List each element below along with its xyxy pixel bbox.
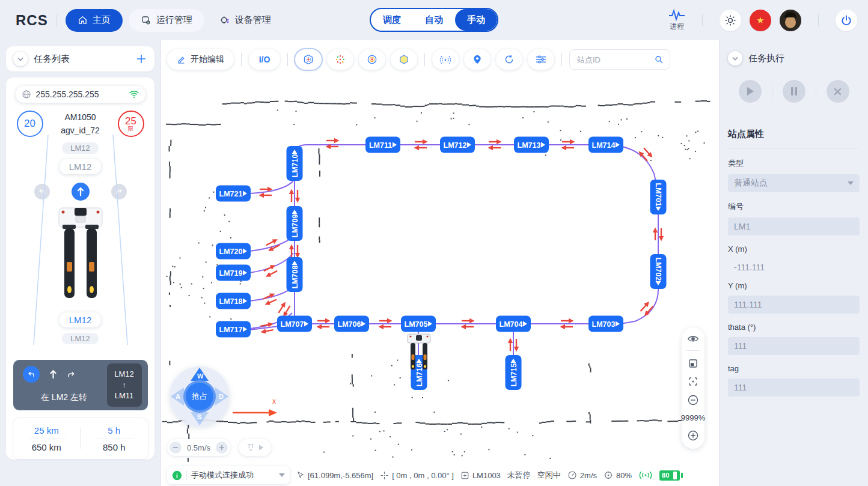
vehicle-ip[interactable]: 255.255.255.255 [16, 86, 145, 103]
nav-item-devices[interactable]: 设备管理 [207, 9, 283, 32]
start-edit-button[interactable]: 开始编辑 [167, 49, 234, 70]
locate-button[interactable] [464, 49, 491, 70]
field-input-y[interactable]: 111.111 [728, 296, 860, 314]
station-LM715[interactable]: LM715 [506, 355, 522, 390]
straight-icon [49, 369, 57, 379]
speed-decrease-button[interactable] [170, 442, 182, 454]
path-edges [250, 145, 658, 369]
svg-text:LM701: LM701 [654, 183, 662, 207]
station-LM711[interactable]: LM711 [365, 137, 400, 153]
mode-auto[interactable]: 自动 [413, 9, 455, 31]
field-select-type[interactable]: 普通站点 [728, 174, 860, 192]
collapse-button[interactable] [728, 51, 742, 65]
theme-toggle-button[interactable] [720, 10, 741, 31]
map-canvas[interactable]: LM711LM712LM713LM714LM701LM702LM703LM704… [161, 40, 719, 486]
cancel-button[interactable] [827, 80, 849, 103]
center-focus-button[interactable] [688, 376, 698, 387]
io-button[interactable]: I/O [249, 49, 280, 70]
process-button[interactable]: 进程 [668, 9, 685, 32]
station-LM710[interactable]: LM710 [287, 146, 303, 181]
speed-increase-button[interactable] [216, 442, 228, 454]
language-flag-button[interactable]: ★ [750, 10, 771, 31]
station-LM717[interactable]: LM717 [216, 321, 251, 338]
station-LM705[interactable]: LM705 [401, 316, 436, 332]
preempt-button[interactable]: 抢占 [183, 380, 216, 413]
turn-left-active-icon [23, 366, 40, 383]
station-LM702[interactable]: LM702 [650, 254, 667, 289]
layer-stations-button[interactable] [295, 49, 322, 70]
refresh-button[interactable] [496, 49, 522, 70]
battery-icon: 80 [659, 470, 680, 481]
minimap-button[interactable] [688, 358, 698, 369]
visibility-button[interactable] [687, 335, 699, 343]
pause-icon [790, 87, 798, 96]
turn-left-button[interactable] [34, 184, 50, 199]
station-LM706[interactable]: LM706 [334, 316, 369, 332]
layer-zone-button[interactable] [391, 49, 417, 70]
gear-icon [219, 14, 230, 26]
fork-control-button[interactable] [239, 439, 271, 456]
task-list-title: 任务列表 [34, 53, 70, 65]
station-LM721[interactable]: LM721 [216, 186, 251, 202]
svg-text:LM720: LM720 [219, 248, 243, 256]
nav-item-operations[interactable]: 运行管理 [129, 9, 204, 32]
svg-text:LM715: LM715 [510, 363, 518, 387]
pause-button[interactable] [783, 80, 805, 103]
station-LM704[interactable]: LM704 [496, 316, 531, 332]
station-LM718[interactable]: LM718 [216, 293, 251, 309]
station-LM709[interactable]: LM709 [287, 206, 303, 241]
nav-item-home[interactable]: 主页 [66, 9, 123, 32]
field-input-thata[interactable]: 111 [728, 337, 860, 355]
joystick-up[interactable]: W [191, 368, 209, 381]
svg-text:LM716: LM716 [415, 363, 424, 387]
field-input-tag[interactable]: 111 [728, 378, 860, 396]
field-label-code: 编号 [728, 201, 860, 212]
mode-manual[interactable]: 手动 [455, 9, 497, 31]
nav-item-label: 设备管理 [235, 14, 271, 26]
ip-address: 255.255.255.255 [36, 90, 124, 99]
station-LM707[interactable]: LM707 [277, 316, 312, 332]
station-LM719[interactable]: LM719 [216, 265, 251, 281]
manual-speed-control: 0.5m/s [167, 439, 230, 456]
station-LM713[interactable]: LM713 [514, 137, 549, 153]
field-input-code[interactable]: LM1 [728, 217, 860, 235]
station-search-input[interactable] [576, 55, 649, 65]
station-LM701[interactable]: LM701 [650, 180, 667, 214]
station-LM703[interactable]: LM703 [588, 316, 623, 332]
speed-value: 0.5m/s [187, 443, 210, 452]
play-button[interactable] [739, 80, 762, 103]
station-LM712[interactable]: LM712 [440, 137, 475, 153]
connection-message[interactable]: 手动模式连接成功 [167, 466, 290, 484]
joystick-left[interactable]: A [171, 387, 184, 406]
station-LM714[interactable]: LM714 [588, 137, 623, 153]
svg-text:LM705: LM705 [405, 320, 428, 329]
power-button[interactable] [836, 10, 857, 31]
layer-target-button[interactable] [359, 49, 385, 70]
station-search [569, 49, 670, 70]
zoom-in-button[interactable] [687, 430, 699, 442]
add-task-button[interactable] [135, 53, 147, 65]
svg-text:LM717: LM717 [219, 326, 243, 334]
forward-button[interactable] [72, 183, 90, 201]
map-svg: LM711LM712LM713LM714LM701LM702LM703LM704… [161, 40, 719, 486]
relocate-button[interactable] [432, 49, 459, 70]
joystick-right[interactable]: D [215, 387, 228, 406]
mode-dispatch[interactable]: 调度 [371, 9, 413, 31]
layer-pointcloud-button[interactable] [327, 49, 353, 70]
turn-right-icon [115, 187, 123, 196]
station-tag: LM12 [62, 333, 99, 344]
joystick-down[interactable]: S [191, 412, 209, 425]
turn-right-button[interactable] [111, 184, 127, 199]
filter-button[interactable] [528, 49, 554, 70]
zoom-out-button[interactable] [687, 394, 699, 406]
location-pin-icon [472, 54, 483, 65]
station-LM708[interactable]: LM708 [287, 257, 303, 292]
user-avatar[interactable] [780, 10, 801, 31]
cursor-coords: [61.099m,-5.656m] [296, 471, 373, 480]
circle-dot-icon [366, 53, 378, 65]
station-LM720[interactable]: LM720 [216, 243, 251, 260]
svg-text:LM719: LM719 [219, 269, 243, 278]
collapse-button[interactable] [13, 52, 28, 66]
route-segment: LM12 ↑ LM11 [107, 363, 142, 407]
map-view-controls: 9999% [682, 327, 704, 449]
